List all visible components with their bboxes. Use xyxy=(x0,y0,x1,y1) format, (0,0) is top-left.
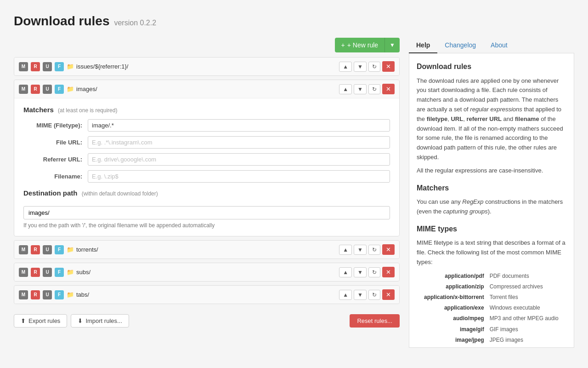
tab-help[interactable]: Help xyxy=(409,38,437,53)
new-rule-main[interactable]: + + New rule xyxy=(335,38,385,52)
rule-actions-2: ▲ ▼ ↻ ✕ xyxy=(339,84,395,94)
mime-label: MIME (Filetype): xyxy=(23,122,88,129)
badge-r-1: R xyxy=(31,62,40,71)
referrer-row: Referrer URL: xyxy=(23,153,390,166)
new-rule-label: + New rule xyxy=(347,41,378,49)
rule-down-button-5[interactable]: ▼ xyxy=(354,290,367,300)
referrer-label: Referrer URL: xyxy=(23,156,88,163)
rule-up-button-2[interactable]: ▲ xyxy=(339,84,352,94)
new-rule-button[interactable]: + + New rule ▼ xyxy=(335,38,400,52)
rule-delete-button-3[interactable]: ✕ xyxy=(382,244,395,255)
help-mime-intro: MIME filetype is a text string that desc… xyxy=(417,238,566,267)
mime-desc: Windows executable xyxy=(488,303,566,313)
badge-u-3: U xyxy=(43,245,52,254)
rule-path-text-5: tabs/ xyxy=(76,291,89,298)
rule-refresh-button-2[interactable]: ↻ xyxy=(368,84,380,94)
rule-refresh-button-4[interactable]: ↻ xyxy=(368,267,380,277)
mime-input[interactable] xyxy=(88,119,390,132)
rule-refresh-button-5[interactable]: ↻ xyxy=(368,290,380,300)
rule-card-4: M R U F 📁 subs/ ▲ ▼ ↻ ✕ xyxy=(14,263,400,282)
rule-path-text-3: torrents/ xyxy=(76,246,98,253)
badge-m-2: M xyxy=(19,85,28,94)
rule-down-button-1[interactable]: ▼ xyxy=(354,62,367,72)
destination-input[interactable] xyxy=(23,206,390,219)
rule-path-2: 📁 images/ xyxy=(67,86,336,92)
mime-desc: PDF documents xyxy=(488,271,566,282)
new-rule-dropdown-arrow[interactable]: ▼ xyxy=(385,38,400,52)
badge-u-2: U xyxy=(43,85,52,94)
badge-u-4: U xyxy=(43,268,52,277)
rule-actions-5: ▲ ▼ ↻ ✕ xyxy=(339,289,395,300)
export-icon: ⬆ xyxy=(21,317,26,324)
mime-type: application/x-bittorrent xyxy=(417,292,488,303)
badge-r-2: R xyxy=(31,85,40,94)
badge-f-2: F xyxy=(55,85,64,94)
help-matchers-text: You can use any RegExp constructions in … xyxy=(417,197,566,217)
help-mime-title: MIME types xyxy=(417,223,566,235)
rule-path-text-1: issues/${referrer:1}/ xyxy=(76,63,128,70)
rule-path-5: 📁 tabs/ xyxy=(67,291,336,298)
rule-up-button-5[interactable]: ▲ xyxy=(339,290,352,300)
rule-up-button-4[interactable]: ▲ xyxy=(339,267,352,277)
rule-card-5: M R U F 📁 tabs/ ▲ ▼ ↻ ✕ xyxy=(14,285,400,304)
rule-header-3: M R U F 📁 torrents/ ▲ ▼ ↻ ✕ xyxy=(14,241,399,259)
rule-path-1: 📁 issues/${referrer:1}/ xyxy=(67,63,336,70)
rule-delete-button-5[interactable]: ✕ xyxy=(382,289,395,300)
rule-down-button-2[interactable]: ▼ xyxy=(354,84,367,94)
export-label: Export rules xyxy=(28,317,60,324)
mime-desc: MP3 and other MPEG audio xyxy=(488,313,566,324)
folder-icon-4: 📁 xyxy=(67,269,74,276)
destination-hint: If you end the path with '/', the origin… xyxy=(23,222,390,229)
tab-about[interactable]: About xyxy=(483,38,515,53)
rule-up-button-3[interactable]: ▲ xyxy=(339,245,352,255)
mime-desc: Compressed archives xyxy=(488,282,566,292)
mime-desc: GIF images xyxy=(488,324,566,335)
import-icon: ⬇ xyxy=(78,317,83,324)
tabs-header: Help Changelog About xyxy=(409,38,574,53)
badge-u-5: U xyxy=(43,290,52,299)
help-title: Download rules xyxy=(417,61,566,73)
mime-desc: Torrent files xyxy=(488,292,566,303)
folder-icon-2: 📁 xyxy=(67,86,74,92)
help-panel: Download rules The download rules are ap… xyxy=(409,53,574,348)
filename-row: Filename: xyxy=(23,170,390,183)
import-rules-button[interactable]: ⬇ Import rules... xyxy=(71,314,129,328)
mime-type: application/zip xyxy=(417,282,488,292)
mime-type: image/gif xyxy=(417,324,488,335)
rule-path-4: 📁 subs/ xyxy=(67,269,336,276)
reset-rules-button[interactable]: Reset rules... xyxy=(350,314,400,328)
tab-changelog[interactable]: Changelog xyxy=(437,38,483,53)
rule-delete-button-2[interactable]: ✕ xyxy=(382,84,395,94)
filename-input[interactable] xyxy=(88,170,390,183)
mime-type: application/exe xyxy=(417,303,488,313)
referrer-input[interactable] xyxy=(88,153,390,166)
filename-label: Filename: xyxy=(23,173,88,180)
import-label: Import rules... xyxy=(85,317,122,324)
fileurl-label: File URL: xyxy=(23,139,88,146)
rule-down-button-4[interactable]: ▼ xyxy=(354,267,367,277)
badge-f-1: F xyxy=(55,62,64,71)
mime-table-row: application/zipCompressed archives xyxy=(417,282,566,292)
fileurl-row: File URL: xyxy=(23,136,390,149)
badge-r-5: R xyxy=(31,290,40,299)
rule-refresh-button-3[interactable]: ↻ xyxy=(368,245,380,255)
badge-r-4: R xyxy=(31,268,40,277)
badge-m-4: M xyxy=(19,268,28,277)
export-rules-button[interactable]: ⬆ Export rules xyxy=(14,314,67,328)
rule-path-3: 📁 torrents/ xyxy=(67,246,336,253)
badge-m-3: M xyxy=(19,245,28,254)
mime-desc: JPEG images xyxy=(488,335,566,345)
rule-refresh-button-1[interactable]: ↻ xyxy=(368,62,380,72)
rule-card-2: M R U F 📁 images/ ▲ ▼ ↻ ✕ xyxy=(14,80,400,236)
rule-delete-button-1[interactable]: ✕ xyxy=(382,61,395,72)
mime-types-table: application/pdfPDF documentsapplication/… xyxy=(417,271,566,348)
destination-subtitle: (within default download folder) xyxy=(82,190,158,197)
mime-table-row: image/pngPNG images xyxy=(417,345,566,348)
badge-m-5: M xyxy=(19,290,28,299)
fileurl-input[interactable] xyxy=(88,136,390,149)
rule-header-2: M R U F 📁 images/ ▲ ▼ ↻ ✕ xyxy=(14,80,399,98)
rule-delete-button-4[interactable]: ✕ xyxy=(382,267,395,277)
rule-down-button-3[interactable]: ▼ xyxy=(354,245,367,255)
mime-table-row: image/gifGIF images xyxy=(417,324,566,335)
rule-up-button-1[interactable]: ▲ xyxy=(339,62,352,72)
